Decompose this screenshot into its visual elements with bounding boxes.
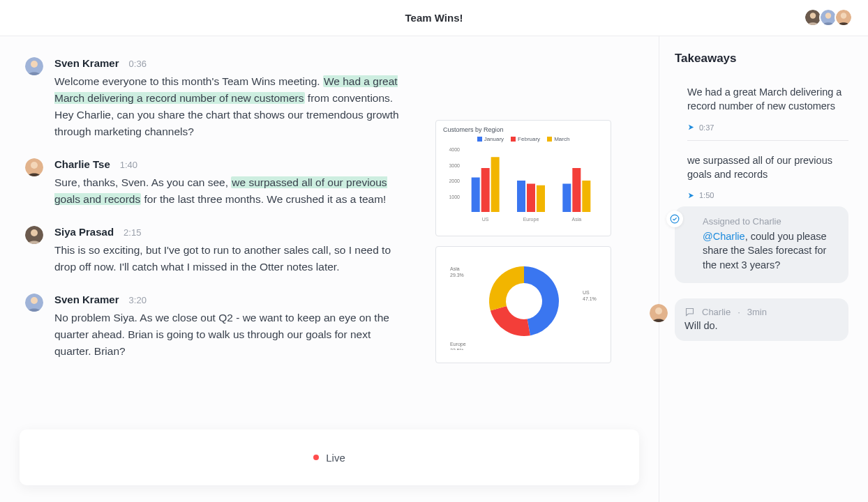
text-segment: Sure, thanks, Sven. As you can see, xyxy=(54,176,231,188)
takeaway-item[interactable]: we surpassed all of our previous goals a… xyxy=(675,153,848,200)
speaker-name: Sven Kramer xyxy=(54,57,119,69)
assigned-to-label: Assigned to Charlie xyxy=(703,216,836,227)
svg-point-13 xyxy=(31,297,38,304)
legend-swatch xyxy=(477,137,482,142)
separator: · xyxy=(738,307,740,317)
svg-rect-27 xyxy=(572,168,581,212)
takeaways-list: We had a great March delivering a record… xyxy=(675,85,848,199)
svg-point-38 xyxy=(655,307,662,314)
message-body: Welcome everyone to this month's Team Wi… xyxy=(54,73,403,140)
chart-legend: JanuaryFebruaryMarch xyxy=(443,136,604,142)
speaker-avatar xyxy=(25,226,43,244)
main-panel: Sven Kramer 0:36 Welcome everyone to thi… xyxy=(0,36,659,502)
takeaway-meta[interactable]: 0:37 xyxy=(675,123,848,132)
donut-chart: US47.1%Europe23.5%Asia29.3% xyxy=(443,252,605,350)
message-body: No problem Siya. As we close out Q2 - we… xyxy=(54,310,403,360)
svg-rect-20 xyxy=(491,157,500,212)
header: Team Wins! xyxy=(0,0,868,36)
svg-point-3 xyxy=(825,13,831,18)
svg-text:29.3%: 29.3% xyxy=(450,273,464,277)
avatar-charlie[interactable] xyxy=(835,8,853,26)
svg-point-7 xyxy=(31,61,38,68)
speaker-name: Charlie Tse xyxy=(54,158,110,170)
svg-text:1000: 1000 xyxy=(449,195,460,199)
svg-text:4000: 4000 xyxy=(449,147,460,152)
reply-body: Will do. xyxy=(684,320,836,331)
takeaway-meta[interactable]: 1:50 xyxy=(675,191,848,199)
speaker-name: Siya Prasad xyxy=(54,226,114,238)
text-segment: Welcome everyone to this month's Team Wi… xyxy=(54,75,323,87)
takeaways-title: Takeaways xyxy=(675,52,848,66)
speaker-name: Sven Kramer xyxy=(54,294,119,305)
bar-chart-card[interactable]: Customers by Region JanuaryFebruaryMarch… xyxy=(435,120,611,236)
transcript-message[interactable]: Sven Kramer 0:36 Welcome everyone to thi… xyxy=(54,57,403,140)
assigned-task-card[interactable]: Assigned to Charlie @Charlie, could you … xyxy=(675,206,848,283)
takeaway-text: we surpassed all of our previous goals a… xyxy=(675,153,848,192)
speaker-avatar xyxy=(25,294,43,312)
takeaways-sidebar: Takeaways We had a great March deliverin… xyxy=(659,36,868,502)
reply-time: 3min xyxy=(747,307,767,317)
legend-item: February xyxy=(511,136,540,142)
reply-card[interactable]: Charlie · 3min Will do. xyxy=(675,298,848,341)
transcript: Sven Kramer 0:36 Welcome everyone to thi… xyxy=(54,57,403,360)
mention[interactable]: @Charlie xyxy=(703,231,745,242)
svg-point-9 xyxy=(31,162,38,169)
legend-swatch xyxy=(511,137,516,142)
record-dot-icon xyxy=(313,455,319,460)
text-segment: This is so exciting, but I've got to run… xyxy=(54,244,391,273)
svg-rect-22 xyxy=(517,181,525,212)
transcript-message[interactable]: Siya Prasad 2:15 This is so exciting, bu… xyxy=(54,226,403,275)
svg-text:Asia: Asia xyxy=(450,266,460,271)
legend-item: January xyxy=(477,136,504,142)
timestamp[interactable]: 0:36 xyxy=(129,59,147,69)
live-label: Live xyxy=(326,452,345,464)
svg-text:23.5%: 23.5% xyxy=(450,348,464,350)
comment-icon xyxy=(684,307,695,317)
timestamp[interactable]: 2:15 xyxy=(124,227,141,238)
svg-rect-19 xyxy=(481,168,490,212)
bar-chart: 1000200030004000USEuropeAsia xyxy=(443,146,604,223)
text-segment: No problem Siya. As we close out Q2 - we… xyxy=(54,312,389,357)
timestamp[interactable]: 1:40 xyxy=(120,160,137,170)
takeaway-item[interactable]: We had a great March delivering a record… xyxy=(675,85,848,141)
svg-rect-23 xyxy=(527,184,535,213)
svg-rect-18 xyxy=(472,178,480,213)
marker-icon xyxy=(687,192,695,199)
timestamp[interactable]: 3:20 xyxy=(129,295,147,305)
svg-rect-28 xyxy=(582,181,590,212)
legend-item: March xyxy=(547,136,569,142)
transcript-message[interactable]: Sven Kramer 3:20 No problem Siya. As we … xyxy=(54,294,403,360)
charts-column: Customers by Region JanuaryFebruaryMarch… xyxy=(435,120,611,373)
speaker-avatar xyxy=(25,57,43,75)
takeaway-text: We had a great March delivering a record… xyxy=(675,85,848,123)
takeaway-time: 0:37 xyxy=(699,123,714,132)
svg-point-1 xyxy=(810,13,816,18)
svg-text:US: US xyxy=(583,290,590,295)
participant-avatars[interactable] xyxy=(807,8,853,26)
message-body: Sure, thanks, Sven. As you can see, we s… xyxy=(54,174,403,208)
marker-icon xyxy=(687,123,695,131)
donut-chart-card[interactable]: US47.1%Europe23.5%Asia29.3% xyxy=(435,246,611,363)
chart-title: Customers by Region xyxy=(443,126,604,133)
live-indicator[interactable]: Live xyxy=(20,429,639,485)
check-circle-icon xyxy=(666,211,683,227)
svg-text:Europe: Europe xyxy=(523,217,539,222)
reply-author: Charlie xyxy=(702,307,731,317)
page-title: Team Wins! xyxy=(405,12,463,24)
svg-text:Asia: Asia xyxy=(572,217,582,222)
takeaway-time: 1:50 xyxy=(699,191,714,199)
svg-text:3000: 3000 xyxy=(449,163,460,168)
text-segment: for the last three months. We crushed it… xyxy=(141,193,386,205)
reply-header: Charlie · 3min xyxy=(684,307,836,317)
speaker-avatar xyxy=(25,158,43,176)
transcript-message[interactable]: Charlie Tse 1:40 Sure, thanks, Sven. As … xyxy=(54,158,403,208)
svg-point-11 xyxy=(31,229,38,236)
svg-rect-24 xyxy=(537,185,545,212)
svg-text:2000: 2000 xyxy=(449,178,460,183)
svg-point-36 xyxy=(671,215,679,223)
divider xyxy=(687,140,848,141)
message-body: This is so exciting, but I've got to run… xyxy=(54,242,403,275)
svg-point-5 xyxy=(841,13,846,18)
svg-rect-26 xyxy=(562,184,571,213)
legend-swatch xyxy=(547,137,552,142)
